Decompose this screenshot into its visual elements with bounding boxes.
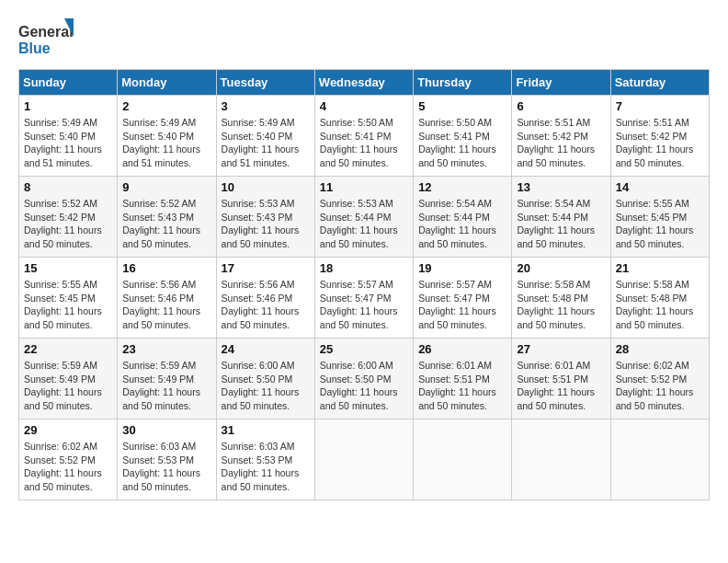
calendar-cell: 9Sunrise: 5:52 AM Sunset: 5:43 PM Daylig… — [118, 177, 216, 258]
weekday-header-wednesday: Wednesday — [314, 70, 413, 96]
calendar-cell: 4Sunrise: 5:50 AM Sunset: 5:41 PM Daylig… — [314, 96, 413, 177]
day-info: Sunrise: 5:56 AM Sunset: 5:46 PM Dayligh… — [122, 278, 210, 332]
day-info: Sunrise: 5:58 AM Sunset: 5:48 PM Dayligh… — [616, 278, 704, 332]
day-number: 21 — [616, 261, 704, 275]
day-info: Sunrise: 5:49 AM Sunset: 5:40 PM Dayligh… — [24, 116, 112, 170]
weekday-header-tuesday: Tuesday — [216, 70, 314, 96]
day-number: 3 — [222, 99, 310, 113]
day-info: Sunrise: 5:51 AM Sunset: 5:42 PM Dayligh… — [517, 116, 605, 170]
calendar-cell: 22Sunrise: 5:59 AM Sunset: 5:49 PM Dayli… — [19, 339, 118, 419]
calendar-cell: 3Sunrise: 5:49 AM Sunset: 5:40 PM Daylig… — [216, 96, 314, 177]
logo: GeneralBlue — [18, 18, 74, 60]
day-number: 25 — [320, 342, 408, 356]
calendar-table: SundayMondayTuesdayWednesdayThursdayFrid… — [18, 69, 710, 500]
calendar-cell: 12Sunrise: 5:54 AM Sunset: 5:44 PM Dayli… — [414, 177, 512, 258]
day-number: 1 — [24, 99, 112, 113]
day-number: 26 — [418, 342, 506, 356]
day-number: 8 — [24, 180, 112, 194]
calendar-body: 1Sunrise: 5:49 AM Sunset: 5:40 PM Daylig… — [19, 96, 710, 500]
day-info: Sunrise: 5:49 AM Sunset: 5:40 PM Dayligh… — [222, 116, 310, 170]
day-number: 7 — [616, 99, 704, 113]
week-row-3: 15Sunrise: 5:55 AM Sunset: 5:45 PM Dayli… — [19, 258, 710, 339]
calendar-cell — [610, 419, 709, 500]
day-number: 2 — [122, 99, 210, 113]
day-number: 15 — [24, 261, 112, 275]
calendar-cell: 8Sunrise: 5:52 AM Sunset: 5:42 PM Daylig… — [19, 177, 118, 258]
day-number: 29 — [24, 423, 112, 437]
day-number: 14 — [616, 180, 704, 194]
calendar-cell: 20Sunrise: 5:58 AM Sunset: 5:48 PM Dayli… — [512, 258, 610, 339]
day-number: 20 — [517, 261, 605, 275]
calendar-cell: 18Sunrise: 5:57 AM Sunset: 5:47 PM Dayli… — [314, 258, 413, 339]
day-number: 27 — [517, 342, 605, 356]
weekday-header-row: SundayMondayTuesdayWednesdayThursdayFrid… — [19, 70, 710, 96]
page-header: GeneralBlue — [18, 18, 710, 60]
calendar-cell: 5Sunrise: 5:50 AM Sunset: 5:41 PM Daylig… — [414, 96, 512, 177]
day-number: 19 — [418, 261, 506, 275]
day-number: 30 — [122, 423, 210, 437]
calendar-cell: 11Sunrise: 5:53 AM Sunset: 5:44 PM Dayli… — [314, 177, 413, 258]
week-row-4: 22Sunrise: 5:59 AM Sunset: 5:49 PM Dayli… — [19, 339, 710, 419]
week-row-2: 8Sunrise: 5:52 AM Sunset: 5:42 PM Daylig… — [19, 177, 710, 258]
day-info: Sunrise: 5:57 AM Sunset: 5:47 PM Dayligh… — [418, 278, 506, 332]
day-info: Sunrise: 5:50 AM Sunset: 5:41 PM Dayligh… — [418, 116, 506, 170]
day-info: Sunrise: 5:59 AM Sunset: 5:49 PM Dayligh… — [122, 359, 210, 413]
day-info: Sunrise: 5:52 AM Sunset: 5:43 PM Dayligh… — [122, 197, 210, 251]
day-number: 23 — [122, 342, 210, 356]
day-number: 16 — [122, 261, 210, 275]
calendar-cell: 19Sunrise: 5:57 AM Sunset: 5:47 PM Dayli… — [414, 258, 512, 339]
logo-icon: GeneralBlue — [18, 18, 74, 60]
svg-text:Blue: Blue — [18, 40, 51, 56]
calendar-cell: 7Sunrise: 5:51 AM Sunset: 5:42 PM Daylig… — [610, 96, 709, 177]
day-info: Sunrise: 5:55 AM Sunset: 5:45 PM Dayligh… — [616, 197, 704, 251]
calendar-cell: 13Sunrise: 5:54 AM Sunset: 5:44 PM Dayli… — [512, 177, 610, 258]
day-number: 9 — [122, 180, 210, 194]
day-info: Sunrise: 5:50 AM Sunset: 5:41 PM Dayligh… — [320, 116, 408, 170]
calendar-cell — [512, 419, 610, 500]
day-number: 18 — [320, 261, 408, 275]
calendar-cell: 16Sunrise: 5:56 AM Sunset: 5:46 PM Dayli… — [118, 258, 216, 339]
weekday-header-monday: Monday — [118, 70, 216, 96]
day-number: 24 — [222, 342, 310, 356]
calendar-cell: 24Sunrise: 6:00 AM Sunset: 5:50 PM Dayli… — [216, 339, 314, 419]
weekday-header-thursday: Thursday — [414, 70, 512, 96]
weekday-header-friday: Friday — [512, 70, 610, 96]
day-info: Sunrise: 5:54 AM Sunset: 5:44 PM Dayligh… — [418, 197, 506, 251]
calendar-cell: 1Sunrise: 5:49 AM Sunset: 5:40 PM Daylig… — [19, 96, 118, 177]
day-info: Sunrise: 6:00 AM Sunset: 5:50 PM Dayligh… — [320, 359, 408, 413]
day-info: Sunrise: 6:02 AM Sunset: 5:52 PM Dayligh… — [616, 359, 704, 413]
day-info: Sunrise: 6:03 AM Sunset: 5:53 PM Dayligh… — [222, 440, 310, 494]
calendar-cell — [314, 419, 413, 500]
day-info: Sunrise: 5:59 AM Sunset: 5:49 PM Dayligh… — [24, 359, 112, 413]
day-number: 11 — [320, 180, 408, 194]
calendar-cell — [414, 419, 512, 500]
day-number: 4 — [320, 99, 408, 113]
day-info: Sunrise: 6:01 AM Sunset: 5:51 PM Dayligh… — [517, 359, 605, 413]
calendar-cell: 25Sunrise: 6:00 AM Sunset: 5:50 PM Dayli… — [314, 339, 413, 419]
day-number: 13 — [517, 180, 605, 194]
calendar-cell: 29Sunrise: 6:02 AM Sunset: 5:52 PM Dayli… — [19, 419, 118, 500]
calendar-cell: 2Sunrise: 5:49 AM Sunset: 5:40 PM Daylig… — [118, 96, 216, 177]
day-info: Sunrise: 5:57 AM Sunset: 5:47 PM Dayligh… — [320, 278, 408, 332]
day-info: Sunrise: 6:00 AM Sunset: 5:50 PM Dayligh… — [222, 359, 310, 413]
day-info: Sunrise: 5:54 AM Sunset: 5:44 PM Dayligh… — [517, 197, 605, 251]
calendar-cell: 10Sunrise: 5:53 AM Sunset: 5:43 PM Dayli… — [216, 177, 314, 258]
day-info: Sunrise: 5:58 AM Sunset: 5:48 PM Dayligh… — [517, 278, 605, 332]
day-info: Sunrise: 5:51 AM Sunset: 5:42 PM Dayligh… — [616, 116, 704, 170]
calendar-cell: 21Sunrise: 5:58 AM Sunset: 5:48 PM Dayli… — [610, 258, 709, 339]
day-number: 6 — [517, 99, 605, 113]
day-info: Sunrise: 5:49 AM Sunset: 5:40 PM Dayligh… — [122, 116, 210, 170]
weekday-header-sunday: Sunday — [19, 70, 118, 96]
calendar-cell: 31Sunrise: 6:03 AM Sunset: 5:53 PM Dayli… — [216, 419, 314, 500]
day-number: 31 — [222, 423, 310, 437]
day-number: 5 — [418, 99, 506, 113]
day-number: 28 — [616, 342, 704, 356]
day-info: Sunrise: 5:55 AM Sunset: 5:45 PM Dayligh… — [24, 278, 112, 332]
svg-text:General: General — [18, 24, 74, 40]
day-info: Sunrise: 6:01 AM Sunset: 5:51 PM Dayligh… — [418, 359, 506, 413]
calendar-cell: 17Sunrise: 5:56 AM Sunset: 5:46 PM Dayli… — [216, 258, 314, 339]
day-number: 17 — [222, 261, 310, 275]
calendar-cell: 26Sunrise: 6:01 AM Sunset: 5:51 PM Dayli… — [414, 339, 512, 419]
calendar-cell: 23Sunrise: 5:59 AM Sunset: 5:49 PM Dayli… — [118, 339, 216, 419]
calendar-cell: 28Sunrise: 6:02 AM Sunset: 5:52 PM Dayli… — [610, 339, 709, 419]
